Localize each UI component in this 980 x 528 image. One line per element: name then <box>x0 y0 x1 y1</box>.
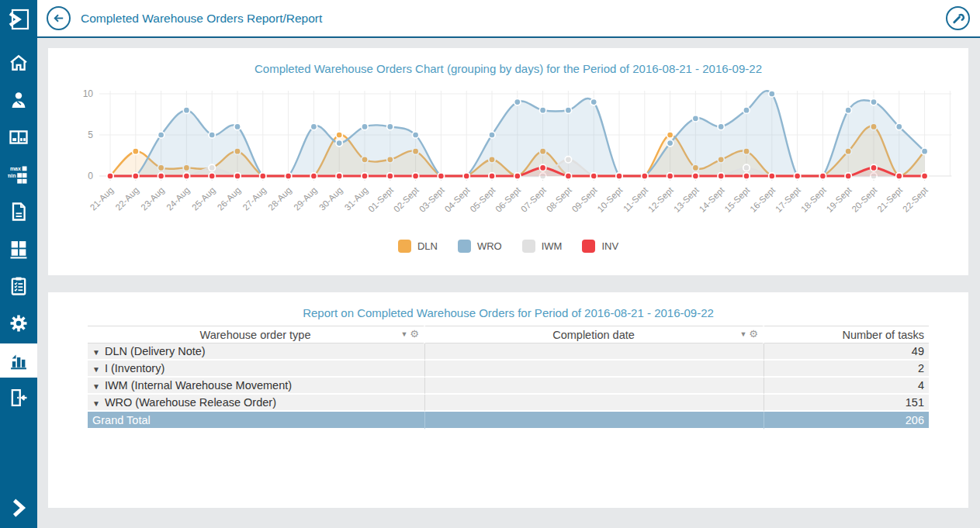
svg-text:01-Sept: 01-Sept <box>366 185 396 214</box>
legend-label: INV <box>601 240 618 252</box>
page-title: Completed Warehouse Orders Report/Report <box>81 12 322 26</box>
tasks-count-cell: 49 <box>764 343 929 361</box>
user-icon <box>8 89 29 111</box>
column-gear-icon[interactable]: ⚙ <box>410 329 419 339</box>
table-header-row: Warehouse order type ▼ ⚙ Completion date… <box>88 326 929 343</box>
sidebar-item-pallets[interactable] <box>0 230 37 267</box>
svg-text:22-Sept: 22-Sept <box>901 185 930 214</box>
legend-item-INV[interactable]: INV <box>582 240 618 253</box>
warehouse-cells-icon <box>8 126 29 148</box>
reports-chart-icon <box>8 350 29 371</box>
svg-text:23-Aug: 23-Aug <box>139 185 166 212</box>
svg-text:27-Aug: 27-Aug <box>241 185 268 212</box>
column-gear-icon[interactable]: ⚙ <box>749 329 758 339</box>
svg-text:10: 10 <box>83 88 94 99</box>
svg-text:26-Aug: 26-Aug <box>216 185 243 212</box>
y-axis-labels: 0510 <box>83 88 94 181</box>
svg-text:10-Sept: 10-Sept <box>595 185 625 214</box>
sidebar-item-max-min[interactable]: max min <box>0 156 37 193</box>
max-min-icon: max min <box>8 164 29 185</box>
sidebar-item-users[interactable] <box>0 81 37 119</box>
filter-icon[interactable]: ▼ <box>739 330 746 338</box>
legend-label: WRO <box>477 240 502 252</box>
grand-total-value: 206 <box>764 412 929 430</box>
chevron-right-icon <box>9 497 29 517</box>
svg-text:03-Sept: 03-Sept <box>417 185 447 214</box>
sidebar-expand-button[interactable] <box>0 491 37 523</box>
report-title: Report on Completed Warehouse Orders for… <box>48 292 968 319</box>
svg-text:08-Sept: 08-Sept <box>545 185 574 214</box>
order-type-label: DLN (Delivery Note) <box>105 345 206 357</box>
legend-item-DLN[interactable]: DLN <box>398 240 438 253</box>
svg-text:14-Sept: 14-Sept <box>698 185 727 214</box>
chart-legend: DLNWROIWMINV <box>48 240 968 253</box>
sidebar-item-exit[interactable] <box>0 379 37 416</box>
tools-button[interactable] <box>946 6 970 30</box>
table-row[interactable]: ▼DLN (Delivery Note)49 <box>88 343 929 361</box>
svg-text:09-Sept: 09-Sept <box>570 185 600 214</box>
table-row[interactable]: ▼I (Inventory)2 <box>88 361 929 378</box>
sidebar-item-reports[interactable] <box>0 343 37 378</box>
column-header-label: Warehouse order type <box>200 329 311 341</box>
x-axis-labels: 21-Aug22-Aug23-Aug24-Aug25-Aug26-Aug27-A… <box>88 185 930 214</box>
table-row[interactable]: ▼WRO (Warehouse Release Order)151 <box>88 395 929 412</box>
app-logo[interactable] <box>0 0 37 38</box>
tasks-count-cell: 2 <box>764 361 929 378</box>
app-logo-icon <box>7 8 30 31</box>
legend-swatch-icon <box>458 240 471 253</box>
sidebar-item-documents[interactable] <box>0 193 37 230</box>
order-type-label: IWM (Internal Warehouse Movement) <box>105 379 292 392</box>
top-header: Completed Warehouse Orders Report/Report <box>37 0 980 38</box>
exit-door-icon <box>8 387 29 409</box>
svg-text:31-Aug: 31-Aug <box>343 185 370 212</box>
sidebar-item-settings[interactable] <box>0 305 37 342</box>
svg-text:18-Sept: 18-Sept <box>799 185 829 214</box>
completion-date-cell <box>425 378 764 395</box>
svg-text:29-Aug: 29-Aug <box>292 185 319 212</box>
svg-text:30-Aug: 30-Aug <box>317 185 345 212</box>
sidebar-nav: max min <box>0 38 37 416</box>
svg-text:20-Sept: 20-Sept <box>850 185 879 214</box>
column-header-number-of-tasks[interactable]: Number of tasks <box>764 326 929 343</box>
legend-swatch-icon <box>582 240 595 253</box>
report-card: Report on Completed Warehouse Orders for… <box>48 292 968 508</box>
column-header-label: Completion date <box>552 329 635 341</box>
home-icon <box>8 52 29 74</box>
sidebar-item-warehouse-cells[interactable] <box>0 119 37 156</box>
sidebar-item-home[interactable] <box>0 44 37 81</box>
svg-text:11-Sept: 11-Sept <box>622 185 650 213</box>
grand-total-date-cell <box>425 412 764 430</box>
completion-date-cell <box>425 395 764 412</box>
svg-text:04-Sept: 04-Sept <box>443 185 473 214</box>
back-button[interactable] <box>47 6 71 30</box>
svg-text:02-Sept: 02-Sept <box>392 185 421 214</box>
svg-text:07-Sept: 07-Sept <box>519 185 549 214</box>
pallet-icon <box>8 238 29 260</box>
report-table: Warehouse order type ▼ ⚙ Completion date… <box>88 326 929 430</box>
filter-icon[interactable]: ▼ <box>400 330 407 338</box>
completion-date-cell <box>425 361 764 378</box>
column-header-completion-date[interactable]: Completion date ▼ ⚙ <box>425 326 764 343</box>
legend-label: IWM <box>542 240 563 252</box>
wrench-icon <box>951 11 965 26</box>
row-expand-icon[interactable]: ▼ <box>92 365 100 374</box>
row-expand-icon[interactable]: ▼ <box>92 348 100 357</box>
svg-text:19-Sept: 19-Sept <box>825 185 854 214</box>
chart-card: Completed Warehouse Orders Chart (groupi… <box>48 48 968 275</box>
tasks-clipboard-icon <box>8 275 29 297</box>
table-row[interactable]: ▼IWM (Internal Warehouse Movement)4 <box>88 378 929 395</box>
tasks-count-cell: 151 <box>764 395 929 412</box>
report-table-body: ▼DLN (Delivery Note)49▼I (Inventory)2▼IW… <box>88 343 929 430</box>
grand-total-row: Grand Total206 <box>88 412 929 430</box>
svg-text:05-Sept: 05-Sept <box>468 185 497 214</box>
row-expand-icon[interactable]: ▼ <box>92 382 100 391</box>
legend-swatch-icon <box>522 240 535 253</box>
legend-item-WRO[interactable]: WRO <box>458 240 502 253</box>
legend-item-IWM[interactable]: IWM <box>522 240 563 253</box>
svg-text:24-Aug: 24-Aug <box>164 185 192 212</box>
column-header-order-type[interactable]: Warehouse order type ▼ ⚙ <box>88 326 425 343</box>
document-icon <box>8 201 29 223</box>
row-expand-icon[interactable]: ▼ <box>92 399 100 408</box>
sidebar-item-tasks[interactable] <box>0 267 37 305</box>
order-type-label: I (Inventory) <box>105 362 164 374</box>
